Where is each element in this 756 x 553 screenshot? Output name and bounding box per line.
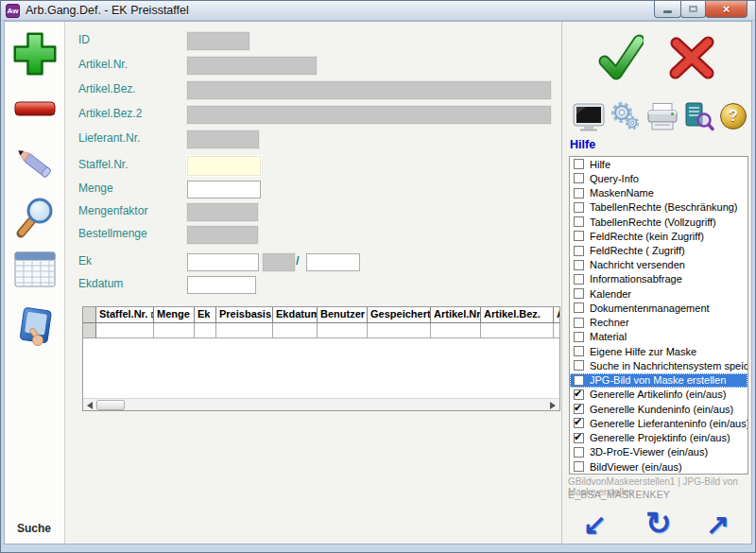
delete-record-button[interactable] [5,99,65,118]
help-button[interactable]: ? [720,103,747,130]
checkbox[interactable] [574,159,584,169]
close-button[interactable]: × [705,1,747,18]
window-title: Arb.Gang.Def. - EK Preisstaffel [26,4,189,17]
option-generelle-kundeninfo[interactable]: ✔Generelle Kundeninfo (ein/aus) [570,402,747,416]
titlebar[interactable]: Aw Arb.Gang.Def. - EK Preisstaffel × [1,1,755,21]
option-jpg-bild-von-maske-erstellen[interactable]: JPG-Bild von Maske erstellen [570,373,747,388]
price-scale-grid[interactable]: Staffel.Nr.⊏ Menge Ek Preisbasis Ekdatum… [82,306,560,411]
option-feldrechte-zugriff[interactable]: FeldRechte ( Zugriff) [570,243,747,257]
grid-hscrollbar[interactable] [83,398,559,410]
option-informationsabfrage[interactable]: Informationsabfrage [570,272,747,286]
option-tabellenrechte-beschraenkung[interactable]: TabellenRechte (Beschränkung) [570,200,747,215]
checkbox[interactable] [574,375,584,386]
settings-button[interactable] [610,101,640,135]
checkbox[interactable] [574,346,584,356]
close-icon: × [723,2,730,16]
ek-separator: / [296,253,300,268]
checkbox-checked[interactable]: ✔ [574,418,584,428]
nav-refresh-button[interactable]: ↻ [645,505,672,542]
col-artikelbez[interactable]: Artikel.Bez. [481,307,554,322]
checkbox[interactable] [574,260,584,270]
option-rechner[interactable]: Rechner [570,316,747,330]
row-selector-cell[interactable] [83,323,96,338]
cell [554,323,560,338]
option-suche-in-nachrichtensystem[interactable]: Suche in Nachrichtensystem speich [570,358,747,372]
grid-empty-row[interactable] [83,323,559,338]
option-eigene-hilfe-zur-maske[interactable]: Eigene Hilfe zur Maske [570,344,747,358]
col-benutzer[interactable]: Benutzer [318,307,368,322]
option-query-info[interactable]: Query-Info [570,171,747,185]
checkbox[interactable] [574,188,584,199]
exit-button[interactable] [5,305,65,349]
checkbox-checked[interactable]: ✔ [574,433,584,443]
checkbox-checked[interactable]: ✔ [574,404,584,414]
checkbox[interactable] [574,288,584,299]
ekdatum-input[interactable] [187,276,256,294]
ek-unit-field [263,253,295,271]
add-record-button[interactable] [5,30,65,78]
col-preisbasis[interactable]: Preisbasis [216,307,273,322]
search-record-button[interactable] [5,195,65,240]
checkbox[interactable] [574,246,584,256]
col-menge[interactable]: Menge [154,307,195,322]
app-window: Aw Arb.Gang.Def. - EK Preisstaffel × [0,0,756,553]
checkbox[interactable] [574,216,584,227]
ek-per-input[interactable] [306,253,360,271]
artikel-nr-field [187,57,317,75]
checkbox[interactable] [574,202,584,213]
checkbox-checked[interactable]: ✔ [574,389,584,400]
ok-button[interactable] [598,32,644,87]
col-artikelnr[interactable]: Artikel.Nr. [431,307,481,322]
option-bildviewer[interactable]: BildViewer (ein/aus) [570,459,747,474]
maximize-button[interactable] [680,1,706,18]
checkbox[interactable] [574,302,584,313]
checkbox[interactable] [574,461,584,472]
col-ek[interactable]: Ek [195,307,216,322]
option-generelle-artikelinfo[interactable]: ✔Generelle Artikelinfo (ein/aus) [570,388,747,402]
print-button[interactable] [646,102,679,135]
col-ekdatum[interactable]: Ekdatum [273,307,318,322]
option-kalender[interactable]: Kalender [570,286,747,301]
checkbox[interactable] [574,173,584,183]
minimize-button[interactable] [654,1,681,18]
col-staffelnr[interactable]: Staffel.Nr.⊏ [96,307,154,322]
col-gespeichert[interactable]: Gespeichert [368,307,431,322]
option-generelle-projektinfo[interactable]: ✔Generelle Projektinfo (ein/aus) [570,430,747,444]
option-hilfe[interactable]: Hilfe [570,157,747,171]
menge-input[interactable] [187,181,261,199]
option-nachricht-versenden[interactable]: Nachricht versenden [570,258,747,272]
mengenfaktor-field [187,203,258,221]
ek-input[interactable] [187,253,259,271]
checkbox[interactable] [574,318,584,328]
scroll-thumb[interactable] [96,400,125,410]
option-feldrechte-kein-zugriff[interactable]: FeldRechte (kein Zugriff) [570,229,747,243]
option-generelle-lieferanteninfo[interactable]: ✔Generelle Lieferanteninfo (ein/aus) [570,416,747,430]
checkbox[interactable] [574,231,584,241]
option-dokumentenmanagement[interactable]: Dokumentenmanagement [570,301,747,315]
checkbox[interactable] [574,274,584,285]
checkbox[interactable] [574,447,584,458]
ek-label: Ek [78,254,92,268]
option-material[interactable]: Material [570,330,747,344]
option-3d-proe-viewer[interactable]: 3D-ProE-Viewer (ein/aus) [570,445,747,459]
edit-record-button[interactable] [5,141,65,186]
mask-options-list[interactable]: Hilfe Query-Info MaskenName TabellenRech… [569,156,748,475]
option-maskenname[interactable]: MaskenName [570,185,747,199]
scroll-right-icon[interactable] [550,402,556,409]
printer-icon [646,102,679,131]
screen-button[interactable] [573,103,605,135]
col-selector [83,307,96,322]
nav-forward-button[interactable]: ↗ [706,508,730,541]
col-artikelbez2[interactable]: Ar [554,307,560,322]
scroll-left-icon[interactable] [87,402,93,409]
option-tabellenrechte-vollzugriff[interactable]: TabellenRechte (Vollzugriff) [570,215,747,229]
checkbox[interactable] [574,332,584,342]
nav-back-button[interactable]: ↙ [583,508,607,541]
maximize-icon [689,6,697,12]
doc-search-button[interactable] [683,101,714,135]
checkbox[interactable] [574,360,584,371]
grid-view-button[interactable] [5,250,65,289]
cancel-button[interactable] [668,34,715,85]
question-icon: ? [720,103,747,130]
staffel-nr-input[interactable] [187,156,261,176]
